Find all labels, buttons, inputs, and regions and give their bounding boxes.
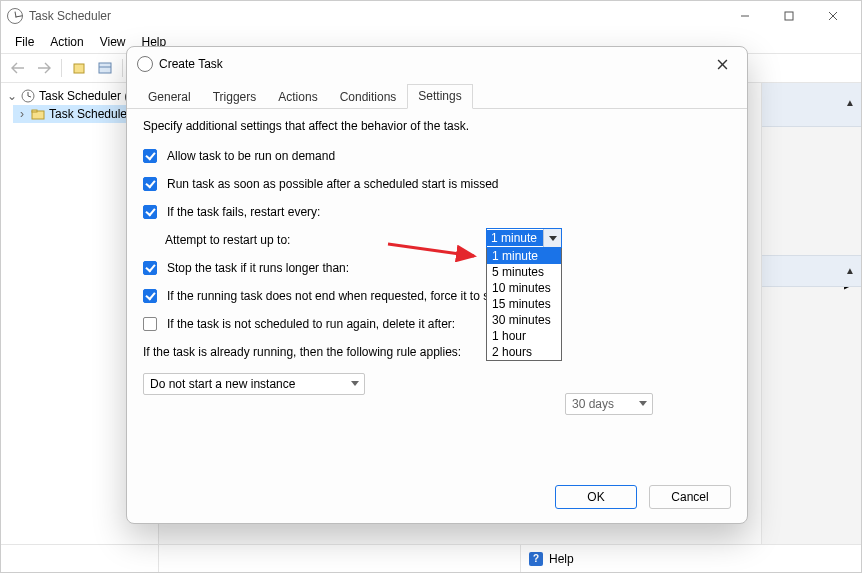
restart-every-field[interactable]: 1 minute	[486, 228, 562, 248]
dropdown-option[interactable]: 1 hour	[487, 328, 561, 344]
ok-button[interactable]: OK	[555, 485, 637, 509]
back-button[interactable]	[7, 57, 29, 79]
help-icon: ?	[529, 552, 543, 566]
actions-header: ▲	[762, 83, 861, 127]
opt-allow-on-demand[interactable]: Allow task to be run on demand	[143, 149, 731, 163]
opt-label: If the task fails, restart every:	[167, 205, 320, 219]
opt-label: Stop the task if it runs longer than:	[167, 261, 349, 275]
dropdown-option[interactable]: 30 minutes	[487, 312, 561, 328]
running-rule-combo[interactable]: Do not start a new instance	[143, 373, 365, 395]
delete-after-combo[interactable]: 30 days	[565, 393, 653, 415]
svg-rect-1	[785, 12, 793, 20]
tree-child-label: Task Schedule	[49, 107, 127, 121]
svg-rect-5	[99, 63, 111, 73]
statusbar: ? Help	[1, 544, 861, 572]
restart-every-list: 1 minute 5 minutes 10 minutes 15 minutes…	[486, 248, 562, 361]
folder-icon	[31, 107, 45, 121]
checkbox-icon[interactable]	[143, 261, 157, 275]
tree-collapse-icon[interactable]: ⌄	[7, 89, 17, 103]
opt-label: If the running task does not end when re…	[167, 289, 493, 303]
clock-icon	[7, 8, 23, 24]
app-title: Task Scheduler	[29, 9, 723, 23]
tab-actions[interactable]: Actions	[267, 85, 328, 109]
opt-delete-after[interactable]: If the task is not scheduled to run agai…	[143, 317, 731, 331]
tabstrip: General Triggers Actions Conditions Sett…	[127, 83, 747, 109]
tab-general[interactable]: General	[137, 85, 202, 109]
dialog-close-button[interactable]	[707, 51, 737, 77]
opt-run-asap[interactable]: Run task as soon as possible after a sch…	[143, 177, 731, 191]
opt-force-stop[interactable]: If the running task does not end when re…	[143, 289, 731, 303]
opt-label: Allow task to be run on demand	[167, 149, 335, 163]
toolbar-button-1[interactable]	[68, 57, 90, 79]
menu-view[interactable]: View	[94, 33, 132, 51]
status-help[interactable]: ? Help	[521, 545, 861, 572]
chevron-down-icon	[639, 401, 647, 406]
restart-every-dropdown[interactable]: 1 minute 1 minute 5 minutes 10 minutes 1…	[486, 228, 562, 361]
toolbar-separator	[61, 59, 62, 77]
svg-rect-13	[32, 110, 37, 112]
dropdown-option[interactable]: 5 minutes	[487, 264, 561, 280]
create-task-dialog: Create Task General Triggers Actions Con…	[126, 46, 748, 524]
combo-value: Do not start a new instance	[150, 377, 295, 391]
svg-rect-4	[74, 64, 84, 73]
opt-label: Run task as soon as possible after a sch…	[167, 177, 499, 191]
scroll-up-icon[interactable]: ▲	[845, 265, 855, 276]
clock-icon	[137, 56, 153, 72]
checkbox-icon[interactable]	[143, 289, 157, 303]
close-button[interactable]	[811, 2, 855, 30]
opt-label: Attempt to restart up to:	[165, 233, 290, 247]
tab-triggers[interactable]: Triggers	[202, 85, 268, 109]
opt-already-running-label: If the task is already running, then the…	[143, 345, 731, 359]
checkbox-icon[interactable]	[143, 149, 157, 163]
checkbox-icon[interactable]	[143, 317, 157, 331]
dropdown-option[interactable]: 1 minute	[487, 248, 561, 264]
menu-file[interactable]: File	[9, 33, 40, 51]
checkbox-icon[interactable]	[143, 205, 157, 219]
dialog-body: Specify additional settings that affect …	[127, 109, 747, 475]
tab-settings[interactable]: Settings	[407, 84, 472, 109]
settings-description: Specify additional settings that affect …	[143, 119, 731, 133]
maximize-button[interactable]	[767, 2, 811, 30]
ok-label: OK	[587, 490, 604, 504]
dialog-footer: OK Cancel	[127, 475, 747, 523]
opt-restart-fail[interactable]: If the task fails, restart every:	[143, 205, 731, 219]
chevron-down-icon	[351, 381, 359, 386]
actions-header-2: ▲	[762, 255, 861, 287]
chevron-down-icon[interactable]	[543, 229, 561, 247]
minimize-button[interactable]	[723, 2, 767, 30]
dropdown-option[interactable]: 15 minutes	[487, 296, 561, 312]
titlebar: Task Scheduler	[1, 1, 861, 31]
opt-attempt-restart: Attempt to restart up to:	[143, 233, 731, 247]
scroll-up-icon[interactable]: ▲	[845, 97, 855, 108]
checkbox-icon[interactable]	[143, 177, 157, 191]
status-cell-left	[1, 545, 159, 572]
opt-stop-longer[interactable]: Stop the task if it runs longer than:	[143, 261, 731, 275]
dialog-title: Create Task	[159, 57, 707, 71]
menu-action[interactable]: Action	[44, 33, 89, 51]
status-cell-mid	[159, 545, 521, 572]
dialog-titlebar: Create Task	[127, 47, 747, 81]
cancel-label: Cancel	[671, 490, 708, 504]
actions-panel: ▲ ▶ ▲	[761, 83, 861, 544]
opt-label: If the task is not scheduled to run agai…	[167, 317, 455, 331]
tree-root-label: Task Scheduler (L	[39, 89, 135, 103]
combo-value: 30 days	[572, 397, 614, 411]
restart-every-selected: 1 minute	[487, 230, 543, 246]
status-help-label: Help	[549, 552, 574, 566]
cancel-button[interactable]: Cancel	[649, 485, 731, 509]
dropdown-option[interactable]: 10 minutes	[487, 280, 561, 296]
clock-icon	[21, 89, 35, 103]
tab-conditions[interactable]: Conditions	[329, 85, 408, 109]
dropdown-option[interactable]: 2 hours	[487, 344, 561, 360]
toolbar-separator	[122, 59, 123, 77]
toolbar-button-2[interactable]	[94, 57, 116, 79]
forward-button[interactable]	[33, 57, 55, 79]
tree-expand-icon[interactable]: ›	[17, 107, 27, 121]
